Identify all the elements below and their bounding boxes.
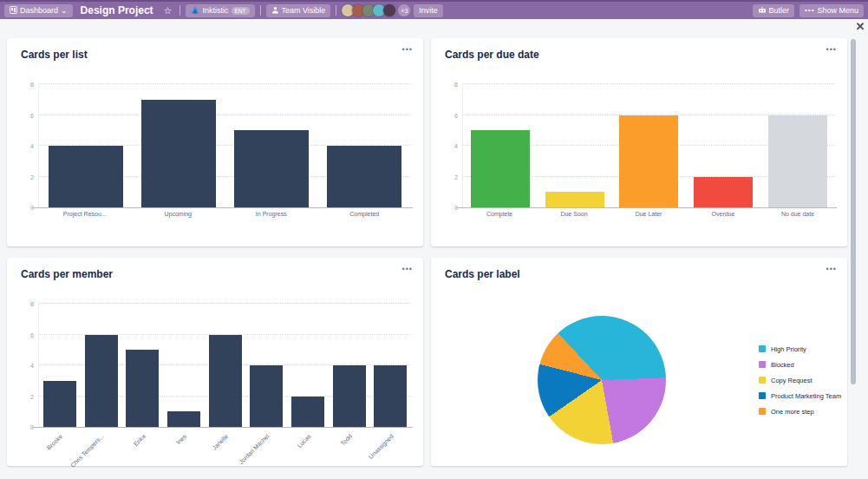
y-tick-label: 2 bbox=[13, 174, 34, 180]
chevron-down-icon: ⌄ bbox=[61, 6, 68, 15]
y-tick-label: 2 bbox=[13, 394, 34, 400]
bar-Complete bbox=[471, 130, 530, 207]
bar-Ines bbox=[167, 411, 200, 427]
star-icon[interactable]: ☆ bbox=[161, 3, 175, 17]
x-axis-line bbox=[456, 207, 837, 208]
x-axis-label: No due date bbox=[781, 211, 814, 217]
close-dashboard-icon[interactable]: ✕ bbox=[853, 20, 867, 34]
bar-Chris Tempers... bbox=[85, 335, 118, 428]
bar-slot bbox=[132, 84, 225, 207]
x-axis-label: Upcoming bbox=[164, 211, 192, 217]
chart-title: Cards per list bbox=[21, 49, 88, 61]
card-overflow-menu-icon[interactable]: ••• bbox=[401, 43, 414, 56]
bar-slot bbox=[225, 84, 318, 207]
legend-item: High Priority bbox=[759, 341, 841, 357]
header-right-group: Butler ••• Show Menu bbox=[753, 4, 864, 17]
plot-area: 02468 bbox=[462, 84, 835, 207]
butler-button[interactable]: Butler bbox=[753, 4, 795, 17]
bar-chart-cards-per-list: 02468Project Resou...UpcomingIn Progress… bbox=[7, 68, 423, 246]
bar-slot bbox=[538, 84, 612, 207]
legend-item: Blocked bbox=[759, 357, 841, 372]
x-axis-labels: Project Resou...UpcomingIn ProgressCompl… bbox=[38, 211, 411, 217]
legend-item: One more step bbox=[759, 404, 841, 419]
bar-Erika bbox=[126, 350, 159, 427]
show-menu-button[interactable]: ••• Show Menu bbox=[799, 4, 864, 17]
x-label-slot: Due Soon bbox=[537, 211, 611, 217]
invite-button[interactable]: Invite bbox=[414, 4, 443, 17]
avatar-overflow-badge[interactable]: +3 bbox=[398, 4, 410, 16]
x-axis-label: Lucas bbox=[296, 433, 311, 449]
y-tick-label: 6 bbox=[13, 113, 34, 119]
card-overflow-menu-icon[interactable]: ••• bbox=[825, 43, 839, 56]
x-axis-label: Project Resou... bbox=[63, 211, 107, 217]
bar-slot bbox=[369, 304, 411, 427]
bar-In Progress bbox=[234, 130, 309, 207]
pie-graphic bbox=[538, 316, 666, 444]
bar-Lucas bbox=[291, 397, 324, 428]
legend-label: Blocked bbox=[771, 361, 794, 369]
legend-swatch bbox=[759, 361, 766, 368]
divider bbox=[260, 5, 261, 16]
x-axis-label: Completed bbox=[349, 211, 379, 217]
bar-Project Resou... bbox=[49, 146, 123, 207]
card-overflow-menu-icon[interactable]: ••• bbox=[825, 263, 839, 275]
divider bbox=[336, 5, 336, 16]
x-axis-line bbox=[32, 427, 413, 428]
card-overflow-menu-icon[interactable]: ••• bbox=[401, 263, 414, 275]
divider bbox=[179, 5, 180, 16]
x-axis-label: Overdue bbox=[712, 211, 735, 217]
y-tick-label: 4 bbox=[13, 143, 34, 149]
dashboard-menu-label: Dashboard bbox=[20, 6, 58, 15]
bar-Janelle bbox=[209, 335, 242, 428]
y-tick-label: 6 bbox=[13, 332, 34, 338]
card-cards-per-list: Cards per list ••• 02468Project Resou...… bbox=[7, 38, 423, 246]
x-axis-labels: CompleteDue SoonDue LaterOverdueNo due d… bbox=[462, 211, 835, 217]
plot-area: 02468 bbox=[38, 84, 411, 207]
x-label-slot: Due Later bbox=[611, 211, 686, 217]
x-axis-label: Chris Tempers... bbox=[69, 433, 105, 469]
show-menu-label: Show Menu bbox=[817, 6, 858, 15]
workspace-name: Inktistic bbox=[202, 6, 228, 15]
bar-slot bbox=[81, 304, 122, 427]
visibility-label: Team Visible bbox=[282, 6, 326, 15]
visibility-button[interactable]: Team Visible bbox=[266, 4, 331, 17]
legend-label: Product Marketing Team bbox=[771, 392, 841, 400]
bar-slot bbox=[612, 84, 687, 207]
workspace-button[interactable]: Inktistic ENT bbox=[186, 4, 254, 17]
x-axis-line bbox=[32, 207, 413, 208]
dashboard-menu-button[interactable]: Dashboard ⌄ bbox=[4, 4, 73, 17]
x-label-slot: Upcoming bbox=[132, 211, 225, 217]
x-axis-label: Todd bbox=[340, 433, 354, 447]
avatar[interactable] bbox=[383, 4, 395, 16]
y-tick-label: 2 bbox=[437, 174, 458, 180]
bar-slot bbox=[329, 304, 370, 427]
bar-slot bbox=[318, 84, 411, 207]
bar-Due Later bbox=[619, 115, 678, 208]
butler-label: Butler bbox=[769, 6, 790, 15]
y-tick-label: 8 bbox=[437, 82, 458, 88]
x-label-slot: Project Resou... bbox=[38, 211, 132, 217]
x-label-slot: Complete bbox=[462, 211, 537, 217]
bar-slot bbox=[39, 304, 81, 427]
pie-legend: High PriorityBlockedCopy RequestProduct … bbox=[759, 341, 841, 419]
vertical-scrollbar[interactable] bbox=[851, 39, 856, 384]
card-cards-per-due-date: Cards per due date ••• 02468CompleteDue … bbox=[431, 38, 847, 246]
x-axis-label: Janelle bbox=[211, 433, 229, 451]
bar-slot bbox=[287, 304, 329, 427]
x-label-slot: Completed bbox=[318, 211, 412, 217]
y-tick-label: 8 bbox=[13, 301, 34, 307]
board-title[interactable]: Design Project bbox=[76, 4, 158, 16]
legend-swatch bbox=[759, 408, 766, 415]
bar-Brooke bbox=[43, 381, 76, 427]
workspace-logo-icon bbox=[191, 5, 199, 16]
bar-chart-cards-per-due-date: 02468CompleteDue SoonDue LaterOverdueNo … bbox=[431, 68, 847, 246]
bar-slot bbox=[205, 304, 246, 427]
bar-Overdue bbox=[694, 177, 753, 208]
bar-Unassigned bbox=[374, 365, 407, 427]
bar-slot bbox=[245, 304, 287, 427]
bar-slot bbox=[686, 84, 760, 207]
y-tick-label: 0 bbox=[13, 424, 34, 430]
legend-label: High Priority bbox=[771, 345, 806, 353]
bar-Upcoming bbox=[141, 100, 216, 207]
x-axis-label: Erika bbox=[132, 433, 146, 447]
